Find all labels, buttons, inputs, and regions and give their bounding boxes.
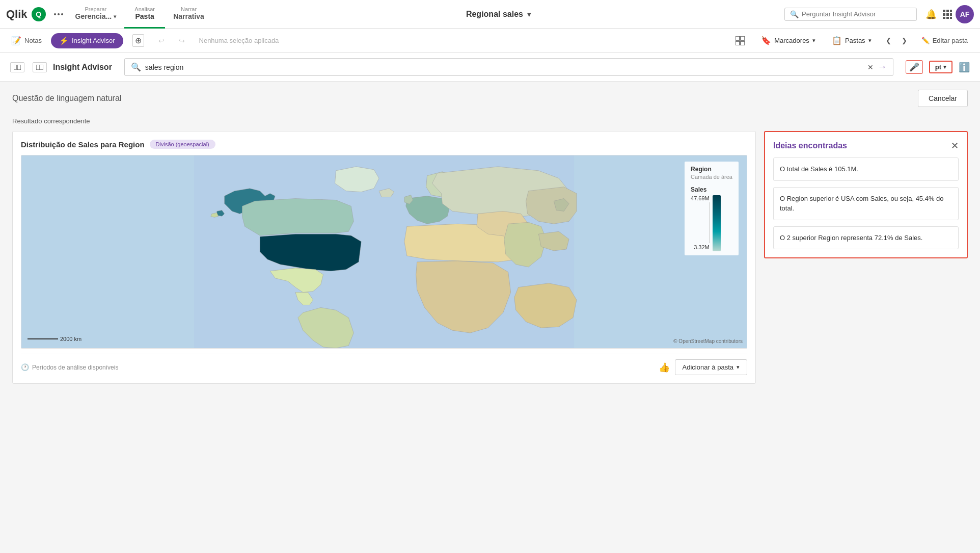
expand-panels-icon (36, 65, 43, 70)
tab-prepare-dropdown-icon: ▾ (114, 14, 116, 19)
ia-clear-button[interactable]: ✕ (867, 63, 874, 71)
tab-narrate-label: Narrar (181, 6, 197, 12)
content-area: Distribuição de Sales para Region Divisã… (12, 131, 968, 384)
ia-submit-button[interactable]: → (878, 62, 887, 72)
ia-search-icon: 🔍 (131, 62, 141, 72)
global-search-box[interactable]: 🔍 (784, 8, 917, 21)
user-avatar[interactable]: AF (956, 5, 974, 23)
bookmarks-button[interactable]: 🔖 Marcadores ▾ (755, 33, 822, 48)
tab-prepare-value: Gerencia... ▾ (75, 12, 117, 20)
add-to-sheet-label: Adicionar à pasta (683, 363, 733, 371)
qlik-wordmark: Qlik (6, 8, 28, 21)
grid-view-button[interactable] (729, 33, 751, 48)
cancel-button[interactable]: Cancelar (918, 90, 968, 107)
bookmarks-label: Marcadores (774, 37, 809, 44)
chart-title: Distribuição de Sales para Region Divisã… (21, 140, 747, 149)
nav-more-button[interactable] (50, 9, 67, 19)
add-to-sheet-button[interactable]: Adicionar à pasta ▾ (675, 359, 747, 375)
map-scale: 2000 km (28, 336, 81, 342)
nav-arrows: ❮ ❯ (882, 35, 911, 46)
like-button[interactable]: 👍 (659, 362, 670, 373)
sheets-dropdown-icon: ▾ (868, 37, 872, 44)
svg-rect-14 (17, 65, 21, 70)
tab-analyze[interactable]: Analisar Pasta (124, 0, 165, 29)
svg-rect-10 (741, 36, 745, 40)
periods-label: Períodos de análise disponíveis (32, 364, 118, 371)
sheets-label: Pastas (845, 37, 865, 44)
map-legend: Region Camada de área Sales 47.69M 3.32M (685, 162, 739, 255)
chart-card: Distribuição de Sales para Region Divisã… (12, 131, 756, 384)
notes-icon: 📝 (11, 36, 21, 45)
qlik-logo[interactable]: Qlik Q (6, 7, 46, 21)
tab-prepare[interactable]: Preparar Gerencia... ▾ (67, 0, 125, 29)
svg-rect-9 (736, 36, 740, 40)
panel-expand-button[interactable] (33, 62, 47, 72)
prev-sheet-button[interactable]: ❮ (882, 35, 895, 46)
ia-language-label: pt (935, 63, 941, 71)
ideas-header: Ideias encontradas ✕ (773, 140, 959, 151)
forward-button[interactable]: ↪ (174, 34, 190, 48)
notes-button[interactable]: 📝 Notas (6, 33, 47, 48)
svg-rect-13 (14, 65, 16, 70)
map-container: Region Camada de área Sales 47.69M 3.32M (21, 155, 747, 349)
svg-rect-2 (950, 10, 952, 12)
back-icon: ↩ (158, 37, 165, 45)
result-label: Resultado correspondente (12, 117, 968, 125)
next-sheet-button[interactable]: ❯ (897, 35, 911, 46)
ia-info-button[interactable]: ℹ️ (959, 62, 970, 73)
app-title-dropdown-icon[interactable]: ▾ (527, 10, 531, 18)
chart-actions: 👍 Adicionar à pasta ▾ (659, 359, 747, 375)
tab-narrate-value: Narrativa (173, 12, 204, 20)
edit-label: Editar pasta (933, 37, 968, 44)
grid-icon (736, 36, 745, 45)
legend-sales-title: Sales (691, 186, 732, 193)
periods-info: 🕐 Períodos de análise disponíveis (21, 363, 118, 371)
bookmarks-icon: 🔖 (761, 36, 771, 45)
ia-language-dropdown-icon: ▾ (943, 64, 946, 70)
nlq-title: Questão de linguagem natural (12, 94, 121, 103)
app-title: Regional sales ▾ (212, 10, 784, 19)
svg-rect-0 (943, 10, 945, 12)
ia-search-box[interactable]: 🔍 ✕ → (124, 58, 893, 76)
add-to-sheet-dropdown-icon: ▾ (737, 364, 740, 371)
svg-rect-4 (946, 13, 949, 16)
toolbar-right: 🔖 Marcadores ▾ 📋 Pastas ▾ ❮ ❯ ✏️ Editar … (729, 33, 974, 48)
tab-analyze-value: Pasta (135, 12, 154, 20)
notifications-button[interactable]: 🔔 (923, 6, 939, 22)
ia-mic-button[interactable]: 🎤 (906, 60, 923, 74)
sheets-button[interactable]: 📋 Pastas ▾ (826, 33, 878, 48)
svg-rect-11 (736, 41, 740, 45)
selection-mode-icon: ⊕ (132, 34, 144, 47)
top-navigation: Qlik Q Preparar Gerencia... ▾ Analisar P… (0, 0, 980, 29)
apps-grid-button[interactable] (939, 6, 956, 22)
ia-language-button[interactable]: pt ▾ (929, 61, 952, 73)
ia-search-input[interactable] (145, 63, 863, 71)
bookmarks-dropdown-icon: ▾ (812, 37, 815, 44)
legend-min-value: 3.32M (694, 244, 710, 250)
svg-rect-8 (950, 17, 952, 19)
ideas-close-button[interactable]: ✕ (951, 140, 959, 151)
insight-advisor-label: Insight Advisor (72, 37, 115, 44)
svg-rect-1 (946, 10, 949, 12)
main-content: Questão de linguagem natural Cancelar Re… (0, 82, 980, 553)
clock-icon: 🕐 (21, 363, 29, 371)
insight-advisor-button[interactable]: ⚡ Insight Advisor (51, 33, 123, 48)
ideas-title: Ideias encontradas (773, 141, 847, 150)
legend-region-sub: Camada de área (691, 174, 732, 180)
ideas-panel: Ideias encontradas ✕ O total de Sales é … (764, 131, 968, 258)
insight-advisor-icon: ⚡ (59, 36, 69, 45)
edit-sheet-button[interactable]: ✏️ Editar pasta (915, 34, 974, 47)
back-button[interactable]: ↩ (153, 34, 170, 48)
chart-title-text: Distribuição de Sales para Region (21, 140, 145, 149)
global-search-input[interactable] (802, 10, 911, 18)
selection-mode-button[interactable]: ⊕ (127, 31, 149, 50)
toolbar: 📝 Notas ⚡ Insight Advisor ⊕ ↩ ↪ Nenhuma … (0, 29, 980, 53)
legend-region-title: Region (691, 166, 732, 173)
tab-narrate[interactable]: Narrar Narrativa (165, 0, 212, 29)
nlq-header: Questão de linguagem natural Cancelar (12, 90, 968, 107)
qlik-logo-icon: Q (32, 7, 46, 21)
panel-collapse-button[interactable] (10, 62, 24, 72)
svg-rect-7 (946, 17, 949, 19)
map-credit: © OpenStreetMap contributors (673, 338, 743, 344)
geo-badge: Divisão (geoespacial) (150, 140, 215, 149)
